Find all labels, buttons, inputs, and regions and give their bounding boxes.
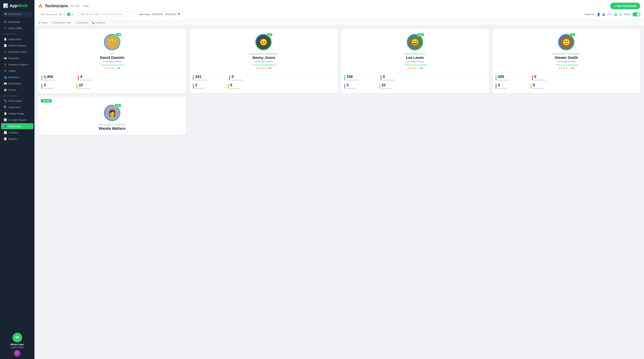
- technicians-label: Technicians: [8, 125, 21, 128]
- export-table-icon[interactable]: ▦: [602, 13, 605, 16]
- active-toggle[interactable]: [632, 12, 640, 16]
- stat-assigned-stewie: 3 ASSIGNED: [496, 83, 508, 90]
- rating-val-jimmy: 5/5: [268, 67, 272, 70]
- property-info-icon: ⓘ: [63, 13, 66, 16]
- sort-completion-time[interactable]: ⏱ Completion Time: [51, 22, 71, 24]
- view-list-icon[interactable]: ⊞: [619, 12, 622, 16]
- star2j: ★: [258, 67, 260, 70]
- bar-callbacks-jimmy: [228, 84, 229, 89]
- user-initials: MI: [16, 336, 19, 340]
- quick-search-label: Quick Search: [8, 13, 22, 16]
- header-top-row: 🔥 Technicians On Call Map + New Technici…: [38, 2, 640, 9]
- tab-on-call[interactable]: On Call: [70, 4, 80, 8]
- stat-item-assigned-jimmy: 2 ASSIGNED: [195, 83, 204, 90]
- avatar-img-lee: 😄: [408, 35, 422, 50]
- time-badge-wanda: 10h: [114, 104, 122, 107]
- technician-card-lee-lewis[interactable]: 😄 20h MAINTENANCE TECH Lee Lewis Cambrid…: [341, 29, 489, 93]
- avatar-wrapper-jimmy: 😐 1d: [255, 34, 272, 50]
- nav-purchase-orders[interactable]: 🖊 Purchase Orders: [1, 49, 33, 55]
- view-grid-icon[interactable]: ▦: [614, 12, 617, 16]
- calendar-icon[interactable]: 📅: [178, 13, 180, 16]
- tab-map[interactable]: Map: [84, 4, 89, 8]
- bar-withdrawn-david: [78, 75, 79, 80]
- purchase-label: Purchase Orders: [8, 50, 27, 53]
- stat-num-assigned-jimmy: 2: [195, 83, 204, 87]
- letters-label: Letters: [8, 70, 16, 72]
- filter-property-box[interactable]: Filter by property: 🔗 ⓘ 1 ▾: [38, 11, 76, 18]
- bar-callbacks-stewie: [531, 84, 532, 89]
- stat-label-assigned-jimmy: ASSIGNED: [195, 88, 204, 90]
- tech-name-david: David Daniels: [100, 56, 124, 60]
- property-chevron-icon[interactable]: ▾: [72, 13, 73, 16]
- active-since-jimmy: ✓ Active since 05/09/2023: [252, 64, 276, 66]
- stat-num-withdrawn-lee: 0: [383, 74, 394, 79]
- bulk-emails-icon: 📧: [4, 82, 7, 85]
- technician-card-david-daniels[interactable]: 😊 4d TECH David Daniels Cambridge Estate…: [38, 29, 186, 93]
- payment-analytics-label: Payment Analytics: [8, 63, 28, 66]
- stat-withdrawn-lee: 0 WITHDRAWN: [381, 74, 394, 81]
- nav-payments[interactable]: 💳 Payments: [1, 55, 33, 61]
- tech-property-david: Cambridge Estates: [103, 60, 122, 63]
- stars-stewie: ★ ★ ★ ★ ★ 4/5: [558, 67, 574, 70]
- nav-incident-reports[interactable]: 📄 Incident Reports: [1, 42, 33, 48]
- nav-work-orders[interactable]: 🔧 Work Orders: [1, 98, 33, 104]
- active-since-lee: ✓ Active since 04/14/2022: [403, 64, 427, 66]
- bar-completed-stewie: [496, 75, 496, 80]
- active-check-icon-s: ✓: [554, 64, 556, 66]
- sort-rating[interactable]: ★ Rating: [38, 22, 48, 24]
- tech-name-jimmy: Jimmy Jones: [252, 56, 276, 60]
- stat-num-callbacks-stewie: 5: [533, 83, 544, 87]
- reports-label: Reports: [8, 138, 17, 140]
- tech-name-search-input[interactable]: [102, 13, 131, 16]
- search-icon: 🔍: [4, 13, 7, 16]
- nav-analytics[interactable]: 📈 Analytics: [1, 130, 33, 136]
- bar-withdrawn-stewie: [532, 75, 533, 80]
- nav-insight-reports[interactable]: 📊 0 Insight Reports: [1, 117, 33, 123]
- nav-bulk-emails[interactable]: 📧 Bulk Emails: [1, 80, 33, 86]
- technician-card-stewie-smith[interactable]: 🙂 1d MAINTENANCE TECHNICIAN Stewie Smith…: [492, 29, 640, 93]
- user-avatar-btn[interactable]: [14, 350, 21, 357]
- star4l: ★: [414, 67, 416, 70]
- rating-val-david: 4/5: [117, 67, 120, 70]
- nav-reports[interactable]: 📑 Reports: [1, 136, 33, 142]
- residents-icon: 👥: [4, 76, 7, 79]
- star1l: ★: [407, 67, 409, 70]
- technician-card-jimmy-jones[interactable]: 😐 1d MAINTENANCE SUPERVISOR Jimmy Jones …: [190, 29, 338, 93]
- tech-property-stewie: Cambridge Estates: [557, 60, 576, 63]
- stat-label-withdrawn-lee: WITHDRAWN: [383, 79, 394, 81]
- nav-technicians[interactable]: 👤 Technicians: [1, 123, 33, 129]
- sort-callbacks-label: Callbacks: [96, 22, 105, 24]
- stat-callbacks-jimmy: 5 CALLBACKS: [228, 83, 241, 90]
- stats-bottom-stewie: 3 ASSIGNED 5 CALLBACKS: [496, 83, 637, 90]
- nav-applications[interactable]: 📋 Applications: [1, 36, 33, 42]
- nav-units[interactable]: 🏠 6 Units: [1, 87, 33, 93]
- nav-alerts[interactable]: ℹ Alerts 11928: [1, 25, 33, 31]
- nav-letters[interactable]: ✉ Letters: [1, 68, 33, 74]
- stats-row-david: 1,456 COMPLETED 4 WITHDRAWN: [42, 72, 183, 81]
- avatar-wrapper-david: 😊 4d: [104, 34, 120, 50]
- nav-dashboard[interactable]: ⊞ Dashboard: [1, 19, 33, 25]
- tech-role-stewie: MAINTENANCE TECHNICIAN: [552, 53, 580, 55]
- nav-payment-analytics[interactable]: $ Payment Analytics: [1, 62, 33, 68]
- technician-card-wanda-wallace[interactable]: On Call 👩 10h MAINTENANCE TECHNICIAN Wan…: [38, 96, 186, 135]
- sort-completed[interactable]: ✓ Completed: [75, 22, 88, 24]
- nav-inspections[interactable]: 🔍 Inspections: [1, 104, 33, 110]
- maintenance-section-label: MAINTENANCE: [0, 93, 34, 98]
- title-icon: 🔥: [38, 4, 43, 8]
- work-orders-label: Work Orders: [8, 100, 22, 102]
- quick-search-box[interactable]: 🔍 Quick Search: [2, 12, 32, 17]
- new-technician-button[interactable]: + New Technician: [610, 2, 640, 9]
- export-person-icon[interactable]: 👤: [597, 13, 600, 16]
- stat-assigned-jimmy: 2 ASSIGNED: [193, 83, 204, 90]
- stat-assigned-lee: 3 ASSIGNED: [344, 83, 356, 90]
- bar-completed-david: [42, 75, 42, 80]
- date-range-box[interactable]: Date range: 06/05/2020 - 10/16/2023 📅: [136, 12, 183, 17]
- nav-make-ready[interactable]: 📋 0 Make Ready: [1, 110, 33, 116]
- filter-tech-box[interactable]: Filter by tech name:: [78, 12, 134, 17]
- view-controls: Export as: 👤 ▦ View: ▦ ⊞ Active:: [585, 12, 640, 16]
- active-since-text-stewie: Active since 04/03/2023: [556, 64, 578, 66]
- stat-num-assigned-lee: 3: [346, 83, 356, 87]
- nav-residents[interactable]: 👥 Residents: [1, 74, 33, 80]
- stat-callbacks-lee: 22 CALLBACKS: [379, 83, 392, 90]
- sort-callbacks[interactable]: 📞 Callbacks: [92, 22, 105, 24]
